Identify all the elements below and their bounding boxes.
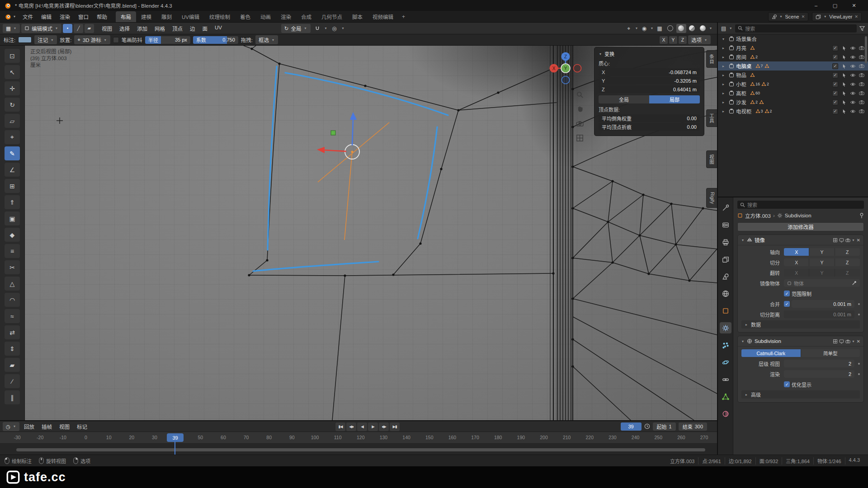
minimize-button[interactable]: – xyxy=(807,0,826,11)
render-camera-icon[interactable] xyxy=(858,45,865,51)
move-gizmo[interactable] xyxy=(317,112,389,240)
animate-dot-icon[interactable] xyxy=(858,363,860,365)
hide-eye-icon[interactable] xyxy=(849,63,857,69)
outliner-root-row[interactable]: ▾场景集合 xyxy=(718,34,868,43)
properties-tab-material[interactable] xyxy=(720,408,731,419)
edit-mode-toggle-icon[interactable] xyxy=(833,238,838,243)
bisect-y-button[interactable]: Y xyxy=(809,258,835,266)
options-dropdown[interactable]: 选项▾ xyxy=(688,35,711,44)
tool-transform[interactable]: ⌖ xyxy=(5,130,20,144)
tool-smooth[interactable]: ≈ xyxy=(5,309,20,323)
properties-tab-physics[interactable] xyxy=(720,357,731,368)
properties-tab-render[interactable] xyxy=(720,219,731,230)
timeline-menu-item-2[interactable]: 视图 xyxy=(56,422,73,432)
workspace-tab-7[interactable]: 渲染 xyxy=(276,11,296,22)
main-menu-item-3[interactable]: 窗口 xyxy=(74,11,93,22)
use-preview-range-icon[interactable] xyxy=(644,423,650,429)
workspace-tab-4[interactable]: 纹理绘制 xyxy=(204,11,235,22)
radius-slider[interactable]: 半径35 px xyxy=(145,36,190,44)
render-camera-icon[interactable] xyxy=(858,54,865,60)
edge-select-button[interactable]: ╱ xyxy=(74,24,83,33)
outliner-collection-row[interactable]: ▸小柜162✓ xyxy=(718,80,868,89)
orientation-dropdown[interactable]: ↻全局▾ xyxy=(281,24,311,33)
hide-eye-icon[interactable] xyxy=(849,90,857,96)
animate-dot-icon[interactable] xyxy=(858,314,860,315)
viewport-menu-item-5[interactable]: 边 xyxy=(186,23,199,33)
properties-tab-constraints[interactable] xyxy=(720,374,731,385)
collection-checkbox[interactable]: ✓ xyxy=(832,108,838,114)
current-frame-field[interactable]: 39 xyxy=(621,422,642,431)
next-keyframe-button[interactable]: ●▶ xyxy=(379,422,389,431)
tool-annotate[interactable]: ✎ xyxy=(5,146,20,160)
outliner-collection-row[interactable]: ▸沙发2✓ xyxy=(718,98,868,107)
play-reverse-button[interactable]: ◀ xyxy=(357,422,367,431)
outliner-collection-row[interactable]: ▸高柜60✓ xyxy=(718,89,868,98)
render-camera-icon[interactable] xyxy=(858,99,865,105)
workspace-tab-2[interactable]: 雕刻 xyxy=(156,11,177,22)
advanced-section-header[interactable]: ▸高级 xyxy=(741,390,860,399)
workspace-tab-8[interactable]: 合成 xyxy=(296,11,316,22)
main-menu-item-0[interactable]: 文件 xyxy=(19,11,37,22)
proportional-edit-icon[interactable]: ◎ xyxy=(330,24,340,33)
collection-checkbox[interactable]: ✓ xyxy=(832,72,838,78)
realtime-toggle-icon[interactable] xyxy=(839,339,844,344)
tool-move[interactable]: ✛ xyxy=(5,81,20,95)
properties-tab-scene[interactable] xyxy=(720,271,731,282)
pin-icon[interactable] xyxy=(859,213,864,219)
tool-shrink-fatten[interactable]: ⇕ xyxy=(5,342,20,356)
end-frame-field[interactable]: 结束300 xyxy=(679,422,707,431)
chevron-down-icon[interactable]: ▾ xyxy=(722,37,727,41)
bisect-x-button[interactable]: X xyxy=(784,258,809,266)
workspace-tab-11[interactable]: 视频编辑 xyxy=(368,11,398,22)
selectable-icon[interactable] xyxy=(840,45,848,51)
timeline-track-area[interactable] xyxy=(0,444,717,455)
catmull-clark-button[interactable]: Catmull-Clark xyxy=(741,349,801,357)
chevron-right-icon[interactable]: ▸ xyxy=(722,91,727,95)
subdivision-modifier-header[interactable]: ▾ Subdivision ▾ ✕ xyxy=(738,336,863,347)
mirror-modifier-header[interactable]: ▾ 镜像 ▾ ✕ xyxy=(738,235,863,245)
median-z-field[interactable]: Z0.64041 m xyxy=(599,85,700,93)
simple-button[interactable]: 简单型 xyxy=(801,349,860,357)
chevron-right-icon[interactable]: ▸ xyxy=(722,73,727,77)
properties-tab-world[interactable] xyxy=(720,288,731,299)
annotation-color-swatch[interactable] xyxy=(18,37,32,43)
workspace-tab-6[interactable]: 动画 xyxy=(255,11,276,22)
axis-z-toggle[interactable]: Z xyxy=(679,36,687,44)
mirror-axis-z-button[interactable]: Z xyxy=(835,248,860,256)
sidebar-tab-3[interactable]: Rigify xyxy=(706,188,717,208)
extras-dropdown-icon[interactable]: ▾ xyxy=(852,339,855,343)
timeline-editor-button[interactable]: ◷▾ xyxy=(3,422,19,431)
edit-mode-toggle-icon[interactable] xyxy=(833,339,838,344)
viewport-3d[interactable]: 正交后视图 (局部) (39) 立方体.003 厘米 Z X Y xyxy=(25,46,717,420)
factor-slider[interactable]: 系数0.750 xyxy=(193,36,238,44)
outliner-collection-row[interactable]: ▸电脑桌7✓ xyxy=(718,61,868,70)
close-icon[interactable]: ✕ xyxy=(857,238,860,243)
chevron-right-icon[interactable]: ▸ xyxy=(722,82,727,86)
modifier-name[interactable]: 镜像 xyxy=(755,236,765,244)
properties-tab-tool[interactable] xyxy=(720,202,731,213)
tool-scale[interactable]: ▱ xyxy=(5,114,20,128)
viewport-menu-item-0[interactable]: 视图 xyxy=(98,23,116,33)
nav-z-label[interactable]: Z xyxy=(564,54,567,59)
render-camera-icon[interactable] xyxy=(858,90,865,96)
workspace-tab-3[interactable]: UV编辑 xyxy=(177,11,204,22)
add-modifier-button[interactable]: 添加修改器 xyxy=(737,222,864,231)
selectable-icon[interactable] xyxy=(840,81,848,87)
optimal-display-checkbox[interactable]: ✓ xyxy=(784,381,790,387)
selectable-icon[interactable] xyxy=(840,108,848,114)
close-icon[interactable]: ✕ xyxy=(854,14,858,19)
nav-y-label[interactable]: Y xyxy=(564,66,567,71)
crease-field[interactable]: 平均顶点折痕0.00 xyxy=(599,123,700,131)
scene-selector[interactable]: ▾ Scene ✕ xyxy=(768,12,809,21)
maximize-button[interactable]: ▢ xyxy=(826,0,844,11)
hide-eye-icon[interactable] xyxy=(849,81,857,87)
viewport-menu-item-3[interactable]: 网格 xyxy=(151,23,169,33)
timeline-scrollbar[interactable] xyxy=(16,448,705,451)
shading-wireframe-button[interactable] xyxy=(665,24,675,33)
render-toggle-icon[interactable] xyxy=(845,238,850,243)
axis-y-toggle[interactable]: Y xyxy=(669,36,677,44)
mirror-object-field[interactable]: 物体 xyxy=(784,279,860,287)
selectable-icon[interactable] xyxy=(840,63,848,69)
collection-checkbox[interactable]: ✓ xyxy=(832,45,838,51)
shading-rendered-button[interactable] xyxy=(698,24,708,33)
